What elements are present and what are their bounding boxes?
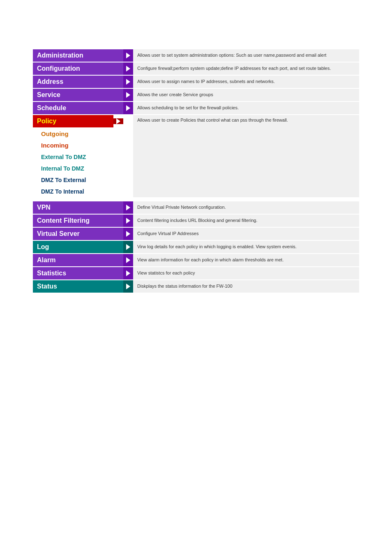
arrow-icon [126, 66, 130, 72]
sub-item-outgoing[interactable]: Outgoing [33, 128, 123, 140]
sub-item-dmz-to-external[interactable]: DMZ To External [33, 174, 123, 186]
main-container: Administration Allows user to set system… [0, 0, 392, 326]
arrow-icon [126, 270, 130, 276]
menu-item-status[interactable]: Status Diskplays the status information … [33, 280, 359, 293]
menu-item-administration[interactable]: Administration Allows user to set system… [33, 49, 359, 62]
sub-item-dmz-to-internal[interactable]: DMZ To Internal [33, 186, 123, 197]
arrow-icon [126, 218, 130, 224]
arrow-icon [126, 231, 130, 237]
menu-item-service[interactable]: Service Allows the user create Service g… [33, 89, 359, 101]
arrow-icon [116, 118, 120, 124]
arrow-icon [126, 92, 130, 98]
menu-item-content-filtering[interactable]: Content Filtering Content filtering incl… [33, 215, 359, 227]
menu-item-virtual-server[interactable]: Virtual Server Configure Virtual IP Addr… [33, 228, 359, 240]
sub-item-internal-to-dmz[interactable]: Internal To DMZ [33, 163, 123, 174]
arrow-icon [126, 79, 130, 85]
arrow-icon [126, 257, 130, 263]
arrow-icon [126, 205, 130, 210]
menu-item-log[interactable]: Log Virw log details for each policy in … [33, 241, 359, 253]
menu-item-address[interactable]: Address Allows user to assign names to I… [33, 76, 359, 88]
sub-item-external-to-dmz[interactable]: External To DMZ [33, 151, 123, 163]
menu-item-vpn[interactable]: VPN Define Virtual Private Network confi… [33, 201, 359, 214]
arrow-icon [126, 105, 130, 111]
menu-item-schedule[interactable]: Schedule Allows scheduling to be set for… [33, 102, 359, 114]
arrow-icon [126, 284, 130, 289]
sub-item-incoming[interactable]: Incoming [33, 140, 123, 151]
arrow-icon [126, 53, 130, 58]
menu-item-statistics[interactable]: Statistics View statistcs for each polic… [33, 267, 359, 279]
arrow-icon [126, 244, 130, 250]
menu-item-policy[interactable]: Policy [33, 115, 123, 127]
menu-item-configuration[interactable]: Configuration Configure firewall;perform… [33, 62, 359, 75]
menu-item-alarm[interactable]: Alarm View alarm information for each po… [33, 254, 359, 266]
